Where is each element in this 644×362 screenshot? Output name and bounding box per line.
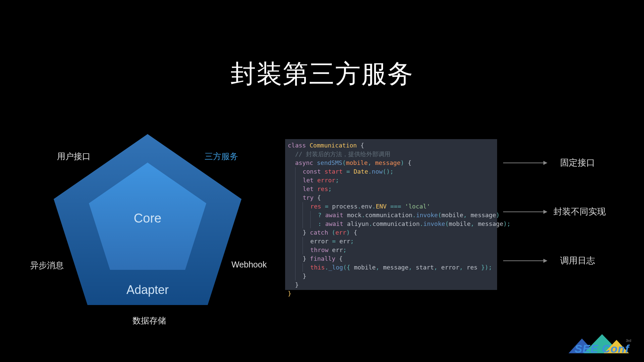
arrow-icon [503,260,547,261]
fn-log: _log [328,264,343,271]
var-error: error [317,177,335,184]
core-label: Core [40,211,255,226]
class-name: Communication [310,142,357,149]
logo-text: SEE Conf [575,342,629,355]
var-res2: res [310,203,321,210]
kw-await2: await [325,220,343,227]
ENV: ENV [376,203,387,210]
op-eq: === [390,203,401,210]
kw-let: let [303,185,314,192]
arg-mobile: mobile [441,212,463,219]
arrow-icon [503,212,547,212]
kw-throw: throw [310,246,328,253]
kw-try: try [303,194,314,201]
label-third-party-service: 三方服务 [205,151,238,162]
arg-message2: message [478,220,503,227]
var-error2: error [310,238,328,245]
conference-logo: 3rd SEE Conf [560,333,634,356]
kw-let: let [303,177,314,184]
k-mobile: mobile [354,264,376,271]
communication2: communication [372,220,420,227]
k-res: res [467,264,478,271]
annotation-call-log: 调用日志 [560,255,595,266]
param-err: err [335,229,346,236]
slide-title: 封装第三方服务 [0,57,644,92]
annotation-fixed-interface: 固定接口 [560,157,595,169]
code-block: class Communication { // 封装后的方法，提供给外部调用 … [285,139,497,290]
err2: err [332,246,343,253]
fn-invoke: invoke [416,212,438,219]
aliyun: aliyun [347,220,369,227]
str-local: 'local' [405,203,430,210]
kw-async: async [295,159,313,166]
kw-const: const [303,168,321,175]
comment: // 封装后的方法，提供给外部调用 [295,150,391,158]
kw-class: class [288,142,306,149]
label-webhook: Webhook [231,260,267,269]
Date: Date [354,168,368,175]
fn-sendSMS: sendSMS [317,159,342,166]
label-async-message: 异步消息 [30,260,64,271]
architecture-diagram: Core Adapter 用户接口 三方服务 异步消息 Webhook 数据存储 [40,127,255,342]
var-start: start [324,168,342,175]
kw-catch: catch [310,229,328,236]
this: this [310,264,325,271]
param-mobile: mobile [346,159,368,166]
mock: mock [347,212,361,219]
kw-finally: finally [310,255,335,262]
communication: communication [365,212,413,219]
err: err [339,238,351,245]
k-error: error [441,264,459,271]
arg-mobile2: mobile [449,220,471,227]
annotation-wrap-implementations: 封装不同实现 [553,206,606,218]
adapter-label: Adapter [40,283,255,297]
process: process [332,203,358,210]
fn-invoke2: invoke [423,220,445,227]
var-res: res [317,185,328,192]
env: env [361,203,372,210]
fn-now: now [372,168,383,175]
param-message: message [375,159,400,166]
k-message: message [383,264,409,271]
arg-message: message [471,212,496,219]
label-user-interface: 用户接口 [57,151,91,162]
k-start: start [416,264,434,271]
kw-await: await [325,212,343,219]
arrow-icon [503,163,547,163]
label-data-storage: 数据存储 [132,315,166,326]
